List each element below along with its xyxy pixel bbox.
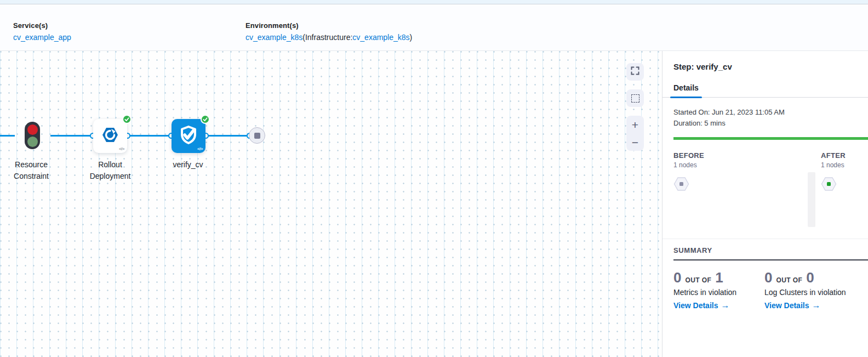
after-node-hexagon[interactable] bbox=[821, 177, 868, 194]
tab-details[interactable]: Details bbox=[673, 83, 699, 97]
pipeline-canvas[interactable]: Resource Constraint </> Rollout Deployme… bbox=[0, 51, 662, 357]
compare-scrollbar[interactable] bbox=[808, 172, 815, 227]
zoom-in-button[interactable]: + bbox=[626, 116, 644, 133]
environment-label: Environment(s) bbox=[245, 21, 412, 30]
rollout-icon bbox=[100, 124, 121, 148]
after-column: AFTER 1 nodes bbox=[821, 151, 868, 236]
metrics-violation-stat: 0 OUT OF 1 Metrics in violation View Det… bbox=[673, 269, 764, 310]
tab-active-indicator bbox=[670, 97, 702, 98]
step-details-panel: Step: verify_cv Details Started On: Jun … bbox=[662, 51, 868, 357]
traffic-light-red-icon bbox=[27, 124, 38, 135]
metrics-current-count: 0 bbox=[673, 269, 681, 286]
started-on-text: Started On: Jun 21, 2023 11:05 AM bbox=[673, 107, 868, 118]
rollout-deployment-node[interactable]: </> bbox=[93, 119, 127, 153]
after-count: 1 nodes bbox=[821, 161, 868, 169]
out-of-label: OUT OF bbox=[776, 276, 802, 284]
service-link[interactable]: cv_example_app bbox=[13, 33, 71, 42]
metrics-view-details-link[interactable]: View Details → bbox=[673, 301, 764, 310]
node-label-resource-constraint: Resource Constraint bbox=[1, 159, 61, 182]
window-top-strip bbox=[0, 0, 868, 4]
verify-cv-node[interactable]: </> bbox=[172, 119, 205, 153]
before-label: BEFORE bbox=[673, 151, 808, 160]
code-icon: </> bbox=[197, 146, 203, 151]
success-badge-icon bbox=[122, 115, 132, 124]
nodes-compare-section: BEFORE 1 nodes AFTER 1 nodes bbox=[663, 140, 868, 236]
panel-tabbar: Details bbox=[663, 83, 868, 98]
summary-label: SUMMARY bbox=[673, 246, 868, 260]
service-block: Service(s) cv_example_app bbox=[13, 21, 71, 42]
tab-details-label: Details bbox=[673, 83, 699, 92]
pipeline-edge bbox=[50, 135, 92, 137]
view-details-label: View Details bbox=[764, 301, 809, 310]
traffic-light-green-icon bbox=[27, 137, 38, 147]
after-label: AFTER bbox=[821, 151, 868, 160]
fullscreen-icon bbox=[631, 66, 639, 77]
zoom-controls: + − bbox=[626, 116, 644, 151]
execution-header: Service(s) cv_example_app Environment(s)… bbox=[0, 4, 868, 51]
pipeline-edge bbox=[129, 135, 170, 137]
node-label-rollout-deployment: Rollout Deployment bbox=[77, 159, 143, 182]
metrics-violation-label: Metrics in violation bbox=[673, 288, 764, 297]
step-title: Step: verify_cv bbox=[663, 51, 868, 71]
logs-view-details-link[interactable]: View Details → bbox=[764, 301, 855, 310]
node-label-verify-cv: verify_cv bbox=[155, 159, 221, 171]
before-node-hexagon[interactable] bbox=[673, 177, 808, 194]
before-count: 1 nodes bbox=[673, 161, 808, 169]
logs-total-count: 0 bbox=[806, 269, 814, 286]
pipeline-end-node bbox=[249, 127, 265, 144]
stop-icon bbox=[254, 133, 260, 139]
duration-text: Duration: 5 mins bbox=[673, 118, 868, 129]
environment-link[interactable]: cv_example_k8s bbox=[245, 33, 302, 42]
marquee-select-icon bbox=[631, 94, 639, 103]
arrow-right-icon: → bbox=[721, 301, 729, 310]
shield-check-icon bbox=[176, 123, 201, 149]
fullscreen-button[interactable] bbox=[626, 63, 644, 81]
logs-current-count: 0 bbox=[764, 269, 772, 286]
view-details-label: View Details bbox=[673, 301, 718, 310]
environment-block: Environment(s) cv_example_k8s(Infrastruc… bbox=[245, 21, 412, 42]
marquee-select-button[interactable] bbox=[626, 89, 644, 107]
out-of-label: OUT OF bbox=[685, 276, 711, 284]
infrastructure-prefix: (Infrastructure: bbox=[302, 33, 352, 42]
log-clusters-violation-stat: 0 OUT OF 0 Log Clusters in violation Vie… bbox=[764, 269, 855, 310]
infrastructure-link[interactable]: cv_example_k8s bbox=[352, 33, 409, 42]
zoom-out-button[interactable]: − bbox=[626, 133, 644, 151]
log-clusters-violation-label: Log Clusters in violation bbox=[764, 288, 855, 297]
success-badge-icon bbox=[201, 115, 210, 124]
summary-section: SUMMARY 0 OUT OF 1 Metrics in violation … bbox=[663, 239, 868, 310]
environment-suffix: ) bbox=[410, 33, 413, 42]
metrics-total-count: 1 bbox=[715, 269, 723, 286]
pipeline-edge bbox=[0, 135, 15, 137]
service-label: Service(s) bbox=[13, 21, 71, 30]
before-column: BEFORE 1 nodes bbox=[673, 151, 808, 236]
arrow-right-icon: → bbox=[812, 301, 820, 310]
resource-constraint-node[interactable] bbox=[25, 122, 40, 149]
code-icon: </> bbox=[119, 146, 124, 151]
pipeline-edge bbox=[207, 135, 248, 137]
